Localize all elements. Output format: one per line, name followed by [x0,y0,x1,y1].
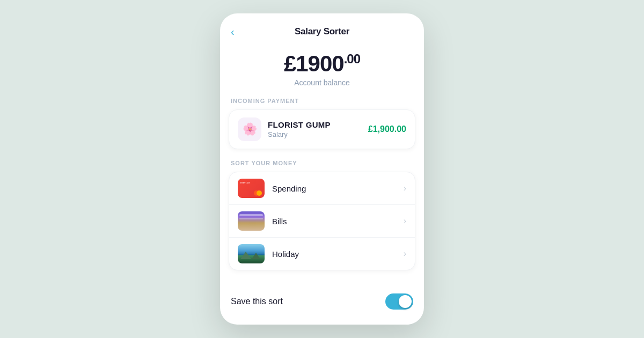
back-button[interactable]: ‹ [231,26,235,38]
holiday-visual [238,244,265,263]
header: ‹ Salary Sorter [220,13,424,46]
currency-symbol: £ [284,51,296,76]
sort-item-holiday[interactable]: Holiday › [229,238,415,270]
bills-chevron-icon: › [404,216,406,226]
balance-label: Account balance [231,78,413,87]
phone-card: ‹ Salary Sorter £1900.00 Account balance… [220,13,424,325]
save-sort-label: Save this sort [231,297,283,306]
payment-name: FLORIST GUMP [268,120,368,129]
sort-item-spending[interactable]: Spending › [229,172,415,205]
incoming-payment-card: 🌸 FLORIST GUMP Salary £1,900.00 [229,109,415,149]
bills-visual [238,211,265,231]
bills-label: Bills [272,217,404,226]
spending-chevron-icon: › [404,183,406,193]
save-sort-section: Save this sort [220,283,424,325]
payment-type: Salary [268,130,368,138]
sort-item-bills[interactable]: Bills › [229,205,415,238]
incoming-payment-label: INCOMING PAYMENT [220,98,424,109]
payment-info: FLORIST GUMP Salary [268,120,368,138]
sort-section: Spending › Bills › Holiday › [220,172,424,283]
page-title: Salary Sorter [295,26,349,37]
sort-money-label: SORT YOUR MONEY [220,160,424,172]
payment-amount: £1,900.00 [368,124,406,134]
save-sort-toggle[interactable] [385,293,413,310]
holiday-chevron-icon: › [404,249,406,259]
sort-list: Spending › Bills › Holiday › [229,172,415,270]
spending-label: Spending [272,184,404,193]
bills-image [238,211,265,231]
balance-cents: .00 [344,52,360,66]
holiday-image [238,244,265,263]
balance-amount: £1900.00 [231,50,413,76]
balance-section: £1900.00 Account balance [220,46,424,98]
spending-image [238,179,265,198]
balance-main: 1900 [296,51,343,76]
spending-card-visual [238,179,265,198]
florist-icon: 🌸 [238,117,261,141]
holiday-label: Holiday [272,249,404,259]
